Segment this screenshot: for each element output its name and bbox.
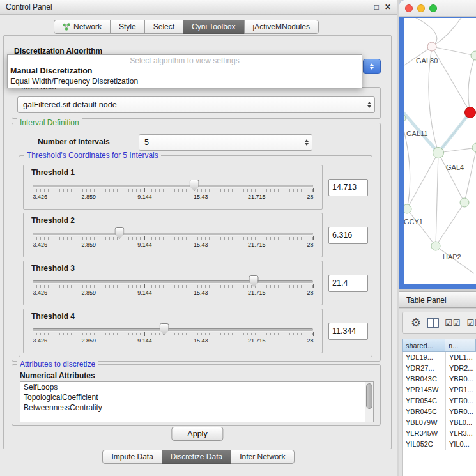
table-row[interactable]: YDR27...YDR2... <box>403 363 476 374</box>
table-cell[interactable]: YBL0... <box>446 417 476 428</box>
tick-mark <box>257 284 257 288</box>
table-cell[interactable]: YPR145W <box>403 385 446 395</box>
tab-cyni-toolbox[interactable]: Cyni Toolbox <box>183 20 244 34</box>
table-cell[interactable]: YDR27... <box>403 363 446 374</box>
close-icon[interactable]: ✕ <box>385 0 391 14</box>
threshold-value-field[interactable]: 14.713 <box>328 179 368 196</box>
table-cell[interactable]: YDR2... <box>446 363 476 374</box>
table-row[interactable]: YBR043CYBR0... <box>403 374 476 385</box>
table-cell[interactable]: YER054C <box>403 395 446 406</box>
tab-infer-network[interactable]: Infer Network <box>231 450 294 464</box>
table-row[interactable]: YIL052CYIL0... <box>403 439 476 450</box>
node-table-body: YDL19...YDL1...YDR27...YDR2...YBR043CYBR… <box>402 352 476 476</box>
control-panel-tabs: Network Style Select Cyni Toolbox jActiv… <box>54 20 319 34</box>
tab-network[interactable]: Network <box>54 20 111 34</box>
tick-label: -3.426 <box>31 289 47 296</box>
attribute-item[interactable]: SelfLoops <box>20 382 373 392</box>
zoom-traffic-light-icon[interactable] <box>429 4 437 12</box>
network-node[interactable] <box>404 204 411 213</box>
columns-icon[interactable] <box>427 318 439 328</box>
table-cell[interactable]: YBR043C <box>403 374 446 385</box>
table-row[interactable]: YER054CYER0... <box>403 395 476 406</box>
apply-button[interactable]: Apply <box>171 427 223 441</box>
table-cell[interactable]: YLR3... <box>446 428 476 439</box>
table-row[interactable]: YDL19...YDL1... <box>403 352 476 363</box>
tab-impute-data[interactable]: Impute Data <box>102 450 162 464</box>
attribute-item[interactable]: TopologicalCoefficient <box>20 392 373 403</box>
table-cell[interactable]: YBR0... <box>446 374 476 385</box>
network-node-selected[interactable] <box>465 107 476 118</box>
tab-jactivemnodules[interactable]: jActiveMNodules <box>244 20 319 34</box>
select-checkbox-icon[interactable]: ☑☑ <box>445 318 461 328</box>
tick-label: 21.715 <box>248 337 266 344</box>
attributes-list[interactable]: SelfLoops TopologicalCoefficient Between… <box>20 381 374 422</box>
tick-label: -3.426 <box>31 194 47 200</box>
thresholds-area: Threshold 1 -3.4262.8599.14415.4321.7152… <box>23 165 368 357</box>
network-canvas[interactable]: GAL80 GAL11 GAL4 GCY1 HAP2 <box>404 18 476 284</box>
float-window-icon[interactable]: □ <box>374 0 379 14</box>
numerical-attributes-label: Numerical Attributes <box>20 371 95 380</box>
num-intervals-label: Number of Intervals <box>38 137 110 146</box>
num-intervals-combo[interactable]: 5 <box>139 134 312 151</box>
table-cell[interactable]: YPR1... <box>446 385 476 395</box>
checkbox-icon[interactable]: ☑☑ <box>466 318 476 328</box>
table-cell[interactable]: YBR0... <box>446 406 476 417</box>
table-row[interactable]: YPR145WYPR1... <box>403 385 476 395</box>
threshold-slider[interactable]: -3.4262.8599.14415.4321.71528 <box>31 322 314 351</box>
table-cell[interactable]: YBL079W <box>403 417 446 428</box>
popup-option-equal-width[interactable]: Equal Width/Frequency Discretization <box>8 76 362 86</box>
table-cell[interactable]: YDL1... <box>446 352 476 363</box>
tab-select[interactable]: Select <box>144 20 183 34</box>
tick-label: 28 <box>307 194 314 200</box>
column-header-shared-name[interactable]: shared... <box>402 339 445 352</box>
table-cell[interactable]: YER0... <box>446 395 476 406</box>
table-cell[interactable]: YDL19... <box>403 352 446 363</box>
tick-mark <box>201 284 201 288</box>
threshold-value-field[interactable]: 21.4 <box>328 275 368 292</box>
table-cell[interactable]: YBR045C <box>403 406 446 417</box>
control-panel: Control Panel □ ✕ Network Style Select <box>0 0 397 476</box>
network-node[interactable] <box>433 148 444 158</box>
table-panel-header: Table Panel <box>399 291 476 308</box>
popup-option-manual[interactable]: Manual Discretization <box>8 66 362 76</box>
table-row[interactable]: YBL079WYBL0... <box>403 417 476 428</box>
threshold-slider[interactable]: -3.4262.8599.14415.4321.71528 <box>31 274 314 303</box>
tick-mark <box>89 188 89 192</box>
network-node[interactable] <box>471 51 476 60</box>
list-scrollbar[interactable] <box>365 382 373 422</box>
gear-icon[interactable]: ⚙ <box>411 317 421 328</box>
close-traffic-light-icon[interactable] <box>405 4 413 12</box>
tick-mark <box>33 236 33 240</box>
column-header-name[interactable]: n... <box>445 339 476 352</box>
scrollbar-thumb[interactable] <box>366 383 372 409</box>
attribute-item[interactable]: BetweennessCentrality <box>20 403 373 413</box>
tick-mark <box>33 284 33 288</box>
minimize-traffic-light-icon[interactable] <box>417 4 425 12</box>
network-node[interactable] <box>472 143 476 152</box>
network-window-titlebar[interactable] <box>399 0 476 17</box>
table-cell[interactable]: YIL052C <box>403 439 446 450</box>
attributes-group-label: Attributes to discretize <box>17 360 98 369</box>
network-node[interactable] <box>431 242 440 250</box>
algorithm-combo-arrows-icon[interactable] <box>363 59 381 74</box>
tick-mark <box>257 332 257 336</box>
tab-discretize-data[interactable]: Discretize Data <box>162 450 231 464</box>
network-node[interactable] <box>427 42 436 51</box>
control-panel-titlebar: Control Panel □ ✕ <box>0 0 397 15</box>
node-labels: GAL80 GAL11 GAL4 GCY1 HAP2 <box>404 57 464 261</box>
threshold-value-field[interactable]: 6.316 <box>328 227 368 244</box>
table-row[interactable]: YBR045CYBR0... <box>403 406 476 417</box>
tab-style[interactable]: Style <box>110 20 145 34</box>
threshold-value-field[interactable]: 11.344 <box>328 323 368 340</box>
threshold-slider[interactable]: -3.4262.8599.14415.4321.71528 <box>31 178 314 208</box>
threshold-label: Threshold 4 <box>31 312 314 322</box>
table-cell[interactable]: YIL0... <box>446 439 476 450</box>
node-label: GAL80 <box>416 57 438 65</box>
network-node[interactable] <box>460 198 469 207</box>
table-row[interactable]: YLR345WYLR3... <box>403 428 476 439</box>
table-data-combo[interactable]: galFiltered.sif default node <box>17 96 375 113</box>
table-cell[interactable]: YLR345W <box>403 428 446 439</box>
tick-mark <box>89 332 89 336</box>
tick-label: 9.144 <box>137 337 152 344</box>
threshold-slider[interactable]: -3.4262.8599.14415.4321.71528 <box>31 226 314 256</box>
